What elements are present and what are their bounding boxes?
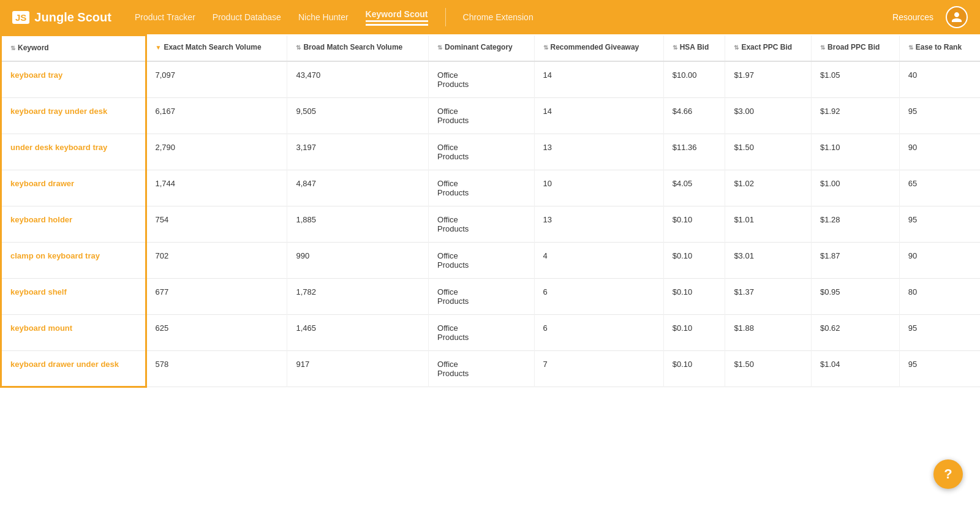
cell-recommended_giveaway: 6 xyxy=(534,278,663,314)
nav-divider xyxy=(445,8,446,26)
table-row: clamp on keyboard tray702990OfficeProduc… xyxy=(1,242,981,278)
user-avatar[interactable] xyxy=(946,6,968,28)
col-header-keyword[interactable]: ⇅Keyword xyxy=(1,36,146,61)
cell-keyword[interactable]: keyboard holder xyxy=(1,206,146,242)
sort-icon-ease_to_rank: ⇅ xyxy=(908,43,913,51)
header-row: ⇅Keyword▼Exact Match Search Volume⇅Broad… xyxy=(1,36,981,61)
cell-broad_match_sv: 3,197 xyxy=(287,134,429,170)
cell-recommended_giveaway: 4 xyxy=(534,242,663,278)
col-header-dominant_category[interactable]: ⇅Dominant Category xyxy=(429,36,534,61)
cell-hsa_bid: $4.66 xyxy=(663,97,725,134)
logo-name: Jungle Scout xyxy=(34,10,111,25)
cell-dominant_category: OfficeProducts xyxy=(429,170,534,206)
table-header: ⇅Keyword▼Exact Match Search Volume⇅Broad… xyxy=(1,36,981,61)
table-container: ⇅Keyword▼Exact Match Search Volume⇅Broad… xyxy=(0,34,980,388)
col-header-ease_to_rank[interactable]: ⇅Ease to Rank xyxy=(899,36,980,61)
nav-link-product-database[interactable]: Product Database xyxy=(213,12,281,22)
table-row: keyboard tray under desk6,1679,505Office… xyxy=(1,97,981,134)
sort-icon-broad_match_sv: ⇅ xyxy=(296,43,301,51)
cell-exact_ppc_bid: $1.37 xyxy=(725,278,812,314)
logo[interactable]: JS Jungle Scout xyxy=(12,10,116,25)
cell-keyword[interactable]: clamp on keyboard tray xyxy=(1,242,146,278)
cell-broad_match_sv: 1,782 xyxy=(287,278,429,314)
cell-keyword[interactable]: keyboard shelf xyxy=(1,278,146,314)
cell-dominant_category: OfficeProducts xyxy=(429,350,534,387)
cell-broad_ppc_bid: $0.95 xyxy=(812,278,900,314)
cell-recommended_giveaway: 6 xyxy=(534,314,663,350)
sort-icon-dominant_category: ⇅ xyxy=(437,43,442,51)
cell-keyword[interactable]: keyboard mount xyxy=(1,314,146,350)
col-header-exact_ppc_bid[interactable]: ⇅Exact PPC Bid xyxy=(725,36,812,61)
cell-hsa_bid: $0.10 xyxy=(663,206,725,242)
table-row: keyboard mount6251,465OfficeProducts6$0.… xyxy=(1,314,981,350)
resources-link[interactable]: Resources xyxy=(892,12,933,22)
cell-exact_ppc_bid: $3.00 xyxy=(725,97,812,134)
cell-exact_ppc_bid: $1.50 xyxy=(725,350,812,387)
col-header-hsa_bid[interactable]: ⇅HSA Bid xyxy=(663,36,725,61)
cell-keyword[interactable]: under desk keyboard tray xyxy=(1,134,146,170)
nav-link-niche-hunter[interactable]: Niche Hunter xyxy=(298,12,349,22)
cell-ease_to_rank: 95 xyxy=(899,97,980,134)
cell-exact_ppc_bid: $1.97 xyxy=(725,61,812,98)
table-row: keyboard tray7,09743,470OfficeProducts14… xyxy=(1,61,981,98)
cell-broad_ppc_bid: $1.04 xyxy=(812,350,900,387)
keyword-table: ⇅Keyword▼Exact Match Search Volume⇅Broad… xyxy=(0,34,980,388)
cell-dominant_category: OfficeProducts xyxy=(429,242,534,278)
cell-dominant_category: OfficeProducts xyxy=(429,206,534,242)
sort-icon-recommended_giveaway: ⇅ xyxy=(543,43,548,51)
cell-broad_match_sv: 43,470 xyxy=(287,61,429,98)
cell-broad_ppc_bid: $1.28 xyxy=(812,206,900,242)
cell-hsa_bid: $0.10 xyxy=(663,242,725,278)
cell-broad_ppc_bid: $1.92 xyxy=(812,97,900,134)
col-header-recommended_giveaway[interactable]: ⇅Recommended Giveaway xyxy=(534,36,663,61)
cell-broad_match_sv: 9,505 xyxy=(287,97,429,134)
sort-icon-exact_match_sv: ▼ xyxy=(156,43,162,51)
cell-recommended_giveaway: 13 xyxy=(534,134,663,170)
cell-broad_ppc_bid: $0.62 xyxy=(812,314,900,350)
sort-icon-keyword: ⇅ xyxy=(10,44,15,52)
col-header-broad_ppc_bid[interactable]: ⇅Broad PPC Bid xyxy=(812,36,900,61)
navbar: JS Jungle Scout Product TrackerProduct D… xyxy=(0,0,980,34)
cell-exact_match_sv: 1,744 xyxy=(146,170,287,206)
cell-broad_match_sv: 1,465 xyxy=(287,314,429,350)
nav-links: Product TrackerProduct DatabaseNiche Hun… xyxy=(135,8,874,26)
cell-exact_match_sv: 702 xyxy=(146,242,287,278)
cell-exact_ppc_bid: $1.88 xyxy=(725,314,812,350)
cell-dominant_category: OfficeProducts xyxy=(429,134,534,170)
cell-broad_match_sv: 990 xyxy=(287,242,429,278)
nav-link-keyword-scout[interactable]: Keyword Scout xyxy=(366,9,428,22)
logo-js: JS xyxy=(12,11,29,24)
cell-ease_to_rank: 95 xyxy=(899,206,980,242)
table-row: under desk keyboard tray2,7903,197Office… xyxy=(1,134,981,170)
cell-hsa_bid: $11.36 xyxy=(663,134,725,170)
table-body: keyboard tray7,09743,470OfficeProducts14… xyxy=(1,61,981,387)
cell-keyword[interactable]: keyboard tray xyxy=(1,61,146,98)
table-row: keyboard drawer1,7444,847OfficeProducts1… xyxy=(1,170,981,206)
cell-hsa_bid: $0.10 xyxy=(663,314,725,350)
cell-keyword[interactable]: keyboard drawer under desk xyxy=(1,350,146,387)
col-header-broad_match_sv[interactable]: ⇅Broad Match Search Volume xyxy=(287,36,429,61)
cell-ease_to_rank: 95 xyxy=(899,350,980,387)
nav-link-chrome-extension[interactable]: Chrome Extension xyxy=(463,12,533,22)
cell-hsa_bid: $10.00 xyxy=(663,61,725,98)
cell-exact_match_sv: 6,167 xyxy=(146,97,287,134)
cell-ease_to_rank: 90 xyxy=(899,242,980,278)
cell-broad_match_sv: 1,885 xyxy=(287,206,429,242)
cell-hsa_bid: $4.05 xyxy=(663,170,725,206)
user-icon xyxy=(951,11,963,23)
cell-keyword[interactable]: keyboard tray under desk xyxy=(1,97,146,134)
cell-exact_ppc_bid: $3.01 xyxy=(725,242,812,278)
cell-exact_match_sv: 7,097 xyxy=(146,61,287,98)
cell-keyword[interactable]: keyboard drawer xyxy=(1,170,146,206)
sort-icon-hsa_bid: ⇅ xyxy=(673,43,677,51)
cell-ease_to_rank: 95 xyxy=(899,314,980,350)
cell-broad_match_sv: 4,847 xyxy=(287,170,429,206)
cell-broad_ppc_bid: $1.87 xyxy=(812,242,900,278)
cell-ease_to_rank: 80 xyxy=(899,278,980,314)
cell-broad_ppc_bid: $1.10 xyxy=(812,134,900,170)
nav-item-keyword-scout[interactable]: Keyword Scout xyxy=(366,9,428,26)
sort-icon-broad_ppc_bid: ⇅ xyxy=(820,43,825,51)
nav-link-product-tracker[interactable]: Product Tracker xyxy=(135,12,195,22)
col-header-exact_match_sv[interactable]: ▼Exact Match Search Volume xyxy=(146,36,287,61)
cell-hsa_bid: $0.10 xyxy=(663,278,725,314)
